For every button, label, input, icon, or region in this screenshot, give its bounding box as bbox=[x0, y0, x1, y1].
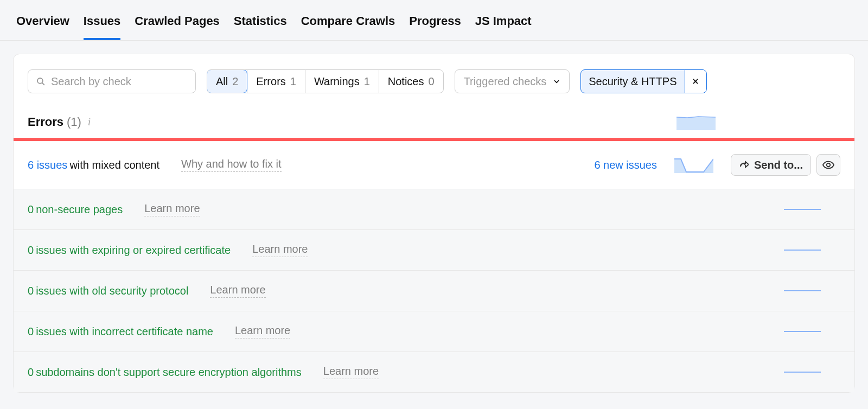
issue-row-subdomains-encryption: 0 subdomains don't support secure encryp… bbox=[14, 352, 854, 392]
issue-description: issues with expiring or expired certific… bbox=[36, 244, 231, 257]
filter-count: 0 bbox=[429, 75, 435, 88]
visibility-button[interactable] bbox=[816, 154, 840, 176]
errors-section-header: Errors (1) i bbox=[14, 102, 854, 138]
row-sparkline-flat bbox=[784, 372, 821, 373]
filter-count: 1 bbox=[290, 75, 296, 88]
row-sparkline-flat bbox=[784, 250, 821, 251]
svg-point-0 bbox=[37, 78, 43, 84]
filter-label: All bbox=[216, 75, 228, 88]
applied-filter-label[interactable]: Security & HTTPS bbox=[581, 70, 684, 93]
triggered-checks-dropdown[interactable]: Triggered checks bbox=[455, 69, 570, 93]
applied-filter-remove[interactable] bbox=[685, 70, 706, 93]
info-icon[interactable]: i bbox=[88, 117, 91, 128]
issue-row-old-protocol: 0 issues with old security protocol Lear… bbox=[14, 271, 854, 311]
filter-warnings[interactable]: Warnings 1 bbox=[305, 70, 379, 93]
svg-marker-4 bbox=[676, 117, 716, 130]
svg-point-6 bbox=[827, 163, 830, 167]
search-input[interactable] bbox=[51, 75, 188, 88]
issue-count-link[interactable]: 0 bbox=[28, 203, 34, 216]
issue-description: with mixed content bbox=[69, 159, 159, 171]
learn-more-link[interactable]: Learn more bbox=[144, 202, 200, 216]
send-to-button[interactable]: Send to... bbox=[731, 154, 811, 176]
issue-count-link[interactable]: 0 bbox=[28, 366, 34, 379]
chevron-down-icon bbox=[553, 78, 560, 85]
filter-all[interactable]: All 2 bbox=[207, 69, 247, 93]
search-box[interactable] bbox=[28, 69, 196, 93]
row-sparkline bbox=[674, 157, 713, 173]
filter-errors[interactable]: Errors 1 bbox=[247, 70, 305, 93]
filter-count: 1 bbox=[364, 75, 370, 88]
tab-js-impact[interactable]: JS Impact bbox=[475, 5, 532, 40]
issues-card: All 2 Errors 1 Warnings 1 Notices 0 Trig… bbox=[13, 54, 855, 393]
row-sparkline-flat bbox=[784, 209, 821, 210]
tab-progress[interactable]: Progress bbox=[409, 5, 461, 40]
tab-compare-crawls[interactable]: Compare Crawls bbox=[301, 5, 395, 40]
issue-count-link[interactable]: 0 bbox=[28, 325, 34, 338]
eye-icon bbox=[822, 161, 834, 169]
dropdown-label: Triggered checks bbox=[464, 75, 547, 88]
issue-row-mixed-content: 6 issues with mixed content Why and how … bbox=[14, 141, 854, 189]
row-sparkline-flat bbox=[784, 331, 821, 332]
section-count: (1) bbox=[67, 115, 81, 129]
row-sparkline-flat bbox=[784, 290, 821, 291]
new-issues-link[interactable]: 6 new issues bbox=[594, 159, 657, 171]
issue-row-expiring-certificate: 0 issues with expiring or expired certif… bbox=[14, 230, 854, 271]
tab-statistics[interactable]: Statistics bbox=[234, 5, 287, 40]
filter-label: Errors bbox=[256, 75, 285, 88]
filter-label: Warnings bbox=[314, 75, 360, 88]
issue-description: non-secure pages bbox=[36, 203, 123, 216]
issue-description: issues with incorrect certificate name bbox=[36, 325, 213, 338]
issues-toolbar: All 2 Errors 1 Warnings 1 Notices 0 Trig… bbox=[14, 54, 854, 102]
learn-more-link[interactable]: Learn more bbox=[235, 324, 290, 338]
applied-filter-chip: Security & HTTPS bbox=[580, 69, 706, 93]
section-sparkline bbox=[676, 114, 716, 130]
tab-issues[interactable]: Issues bbox=[84, 5, 121, 40]
filter-notices[interactable]: Notices 0 bbox=[379, 70, 443, 93]
issue-count-link[interactable]: 0 bbox=[28, 285, 34, 297]
issue-description: issues with old security protocol bbox=[36, 285, 188, 297]
filter-label: Notices bbox=[388, 75, 424, 88]
svg-line-1 bbox=[42, 83, 44, 85]
tab-overview[interactable]: Overview bbox=[16, 5, 69, 40]
issue-row-nonsecure-pages: 0 non-secure pages Learn more bbox=[14, 189, 854, 230]
issue-description: subdomains don't support secure encrypti… bbox=[36, 366, 302, 379]
send-icon bbox=[739, 161, 749, 169]
filter-count: 2 bbox=[232, 75, 238, 88]
close-icon bbox=[692, 78, 699, 85]
send-to-label: Send to... bbox=[754, 159, 803, 171]
learn-more-link[interactable]: Learn more bbox=[252, 243, 308, 257]
issue-row-incorrect-cert-name: 0 issues with incorrect certificate name… bbox=[14, 311, 854, 352]
filter-group: All 2 Errors 1 Warnings 1 Notices 0 bbox=[207, 69, 444, 93]
issue-count-link[interactable]: 6 issues bbox=[28, 159, 67, 171]
issue-count-link[interactable]: 0 bbox=[28, 244, 34, 257]
why-and-how-link[interactable]: Why and how to fix it bbox=[181, 158, 282, 172]
search-icon bbox=[36, 76, 46, 86]
learn-more-link[interactable]: Learn more bbox=[210, 284, 265, 298]
section-title: Errors bbox=[28, 115, 63, 129]
top-tabs: Overview Issues Crawled Pages Statistics… bbox=[0, 0, 868, 41]
learn-more-link[interactable]: Learn more bbox=[323, 365, 379, 379]
tab-crawled-pages[interactable]: Crawled Pages bbox=[135, 5, 220, 40]
